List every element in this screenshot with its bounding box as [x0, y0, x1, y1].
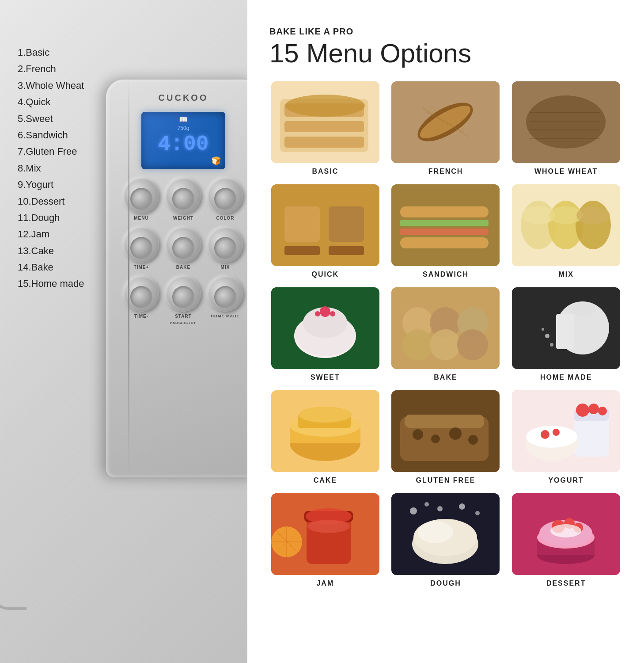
svg-point-38 — [320, 306, 330, 317]
svg-point-39 — [315, 311, 320, 316]
svg-point-75 — [526, 426, 577, 448]
food-image-sandwich — [391, 184, 500, 266]
food-item-cake: CAKE — [269, 390, 381, 484]
svg-point-66 — [449, 427, 462, 440]
homemade-button-group[interactable]: HOME MADE — [208, 276, 243, 325]
menu-item-6: 6.Sandwich — [18, 127, 84, 143]
mix-button-group[interactable]: MIX — [208, 227, 243, 270]
menu-item-11: 11.Dough — [18, 210, 84, 226]
svg-point-72 — [588, 404, 599, 414]
left-panel: 1.Basic 2.French 3.Whole Wheat 4.Quick 5… — [0, 0, 247, 663]
food-image-cake — [271, 390, 379, 472]
food-item-glutenfree: GLUTEN FREE — [390, 390, 502, 484]
homemade-button[interactable] — [208, 276, 243, 312]
start-button-label: START — [175, 314, 192, 319]
menu-item-5: 5.Sweet — [18, 110, 84, 127]
weight-button-group[interactable]: WEIGHT — [166, 178, 201, 221]
svg-rect-3 — [284, 121, 364, 132]
food-label-jam: JAM — [316, 579, 334, 587]
food-item-bake: BAKE — [390, 287, 502, 381]
food-image-sweet — [271, 287, 379, 369]
menu-item-10: 10.Dessert — [18, 193, 84, 210]
food-image-basic — [271, 81, 379, 163]
svg-point-97 — [424, 502, 429, 507]
svg-point-67 — [468, 435, 478, 445]
food-label-dough: DOUGH — [430, 579, 461, 587]
food-label-dessert: DESSERT — [546, 579, 586, 587]
menu-item-15: 15.Home made — [18, 275, 84, 292]
svg-point-76 — [541, 430, 549, 439]
svg-point-5 — [285, 95, 365, 117]
svg-point-53 — [542, 328, 544, 331]
right-panel: BAKE LIKE A PRO 15 Menu Options BASIC — [247, 0, 644, 663]
svg-point-95 — [418, 521, 453, 543]
svg-point-83 — [307, 520, 350, 533]
mix-button-label: MIX — [221, 265, 230, 270]
food-label-mix: MIX — [558, 271, 573, 278]
svg-point-109 — [550, 524, 581, 537]
svg-rect-20 — [284, 246, 320, 255]
svg-point-54 — [550, 343, 553, 347]
food-image-homemade — [512, 287, 620, 369]
weight-button[interactable] — [166, 178, 201, 213]
svg-rect-63 — [405, 415, 484, 428]
svg-point-45 — [402, 329, 433, 360]
bake-button[interactable] — [166, 227, 201, 263]
food-item-mix: MIX — [510, 184, 622, 278]
food-item-sweet: SWEET — [269, 287, 381, 381]
svg-point-100 — [475, 511, 480, 515]
svg-rect-25 — [400, 229, 489, 235]
svg-rect-4 — [284, 137, 364, 148]
timeminus-button-label: TIME- — [134, 314, 148, 319]
menu-item-7: 7.Gluten Free — [18, 143, 84, 160]
menu-item-14: 14.Bake — [18, 259, 84, 275]
svg-point-40 — [330, 311, 335, 316]
svg-rect-51 — [556, 314, 574, 349]
food-image-french — [391, 81, 500, 163]
food-item-homemade: HOME MADE — [510, 287, 622, 381]
svg-point-99 — [459, 503, 465, 510]
svg-point-52 — [545, 334, 549, 338]
svg-rect-19 — [329, 206, 364, 242]
mix-button[interactable] — [208, 227, 243, 263]
food-image-quick — [271, 184, 379, 266]
svg-point-64 — [413, 429, 423, 440]
food-item-sandwich: SANDWICH — [390, 184, 502, 278]
bake-button-group[interactable]: BAKE — [166, 227, 201, 270]
svg-point-65 — [431, 434, 440, 443]
bread-icon: 🍞 — [211, 156, 221, 166]
svg-point-60 — [299, 407, 352, 423]
food-item-quick: QUICK — [269, 184, 381, 278]
svg-point-96 — [410, 507, 417, 514]
svg-point-77 — [553, 429, 560, 436]
svg-rect-18 — [284, 206, 320, 242]
svg-point-46 — [430, 329, 461, 360]
timeplus-button-label: TIME+ — [134, 265, 149, 270]
panel-title: 15 Menu Options — [269, 39, 622, 68]
start-pause-button[interactable] — [166, 276, 201, 312]
machine-decorative-line — [128, 80, 129, 477]
color-button-group[interactable]: COLOR — [208, 178, 243, 221]
menu-item-9: 9.Yogurt — [18, 176, 84, 193]
lcd-display: 📖 750g 4:00 🍞 — [141, 112, 225, 169]
svg-rect-26 — [400, 237, 489, 248]
food-image-bake — [391, 287, 500, 369]
menu-item-3: 3.Whole Wheat — [18, 77, 84, 94]
food-image-dessert — [512, 493, 620, 575]
menu-item-12: 12.Jam — [18, 226, 84, 242]
menu-item-2: 2.French — [18, 61, 84, 77]
color-button[interactable] — [208, 178, 243, 213]
food-label-sandwich: SANDWICH — [423, 271, 469, 278]
svg-rect-24 — [400, 220, 489, 226]
food-item-jam: JAM — [269, 493, 381, 587]
food-options-grid: BASIC FRENCH — [269, 81, 622, 587]
menu-item-13: 13.Cake — [18, 243, 84, 259]
food-image-jam — [271, 493, 379, 575]
food-image-mix — [512, 184, 620, 266]
menu-item-4: 4.Quick — [18, 94, 84, 110]
color-button-label: COLOR — [216, 216, 234, 221]
control-buttons[interactable]: MENU WEIGHT COLOR TIME+ — [124, 178, 243, 325]
start-pause-button-group[interactable]: START PAUSE/STOP — [166, 276, 201, 325]
svg-point-50 — [569, 303, 596, 316]
food-item-wholewheat: WHOLE WHEAT — [510, 81, 622, 175]
